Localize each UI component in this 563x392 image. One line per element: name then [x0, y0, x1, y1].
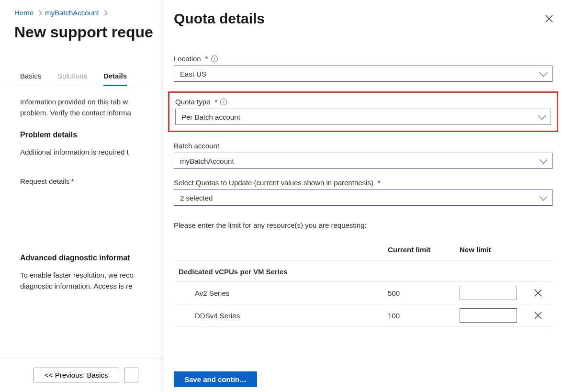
select-quotas-field: Select Quotas to Update (current values … [174, 179, 552, 206]
location-label: Location [174, 55, 201, 63]
select-quotas-label: Select Quotas to Update (current values … [174, 179, 373, 187]
quota-type-label: Quota type [175, 98, 210, 106]
row-name: DDSv4 Series [176, 312, 388, 320]
table-row: DDSv4 Series 100 [174, 304, 552, 327]
row-current-limit: 500 [388, 289, 460, 297]
col-new-limit: New limit [460, 246, 531, 254]
required-star-icon: * [378, 179, 381, 187]
required-star-icon: * [214, 98, 217, 106]
col-current-limit: Current limit [388, 246, 460, 254]
remove-row-icon[interactable] [531, 286, 545, 300]
info-icon[interactable]: i [211, 56, 218, 62]
required-star-icon: * [205, 55, 208, 63]
location-value: East US [180, 70, 206, 78]
chevron-down-icon [540, 192, 548, 201]
batch-account-select[interactable]: myBatchAccount [174, 153, 552, 169]
quota-table: Current limit New limit Dedicated vCPUs … [174, 242, 552, 327]
table-row: Av2 Series 500 [174, 282, 552, 304]
remove-row-icon[interactable] [531, 309, 545, 322]
select-quotas-select[interactable]: 2 selected [174, 190, 552, 206]
adv-line-2: diagnostic information. Access is re [20, 282, 132, 290]
save-and-continue-button[interactable]: Save and contin… [174, 371, 257, 387]
table-group-head: Dedicated vCPUs per VM Series [174, 261, 552, 282]
new-limit-input[interactable] [460, 286, 517, 300]
chevron-right-icon [102, 10, 107, 15]
tab-solutions[interactable]: Solutions [57, 67, 87, 86]
row-current-limit: 100 [388, 312, 460, 320]
chevron-down-icon [538, 112, 546, 120]
previous-basics-button[interactable]: << Previous: Basics [34, 368, 119, 382]
close-icon[interactable] [541, 11, 557, 27]
quota-details-panel: Quota details Location * i East US Qu [163, 0, 563, 392]
select-quotas-value: 2 selected [180, 194, 213, 202]
breadcrumb-account[interactable]: myBatchAccount [45, 9, 99, 17]
quota-type-highlight: Quota type * i Per Batch account [168, 91, 558, 132]
intro-line-2: problem. Verify the contact informa [20, 109, 131, 117]
row-name: Av2 Series [176, 289, 388, 297]
adv-line-1: To enable faster resolution, we reco [20, 271, 134, 279]
tab-details[interactable]: Details [103, 67, 127, 86]
breadcrumb-home[interactable]: Home [14, 9, 34, 17]
info-icon[interactable]: i [220, 99, 227, 105]
batch-account-field: Batch account myBatchAccount [174, 142, 552, 169]
batch-account-value: myBatchAccount [180, 157, 234, 165]
quota-type-value: Per Batch account [181, 113, 240, 121]
chevron-right-icon [36, 10, 42, 15]
required-star-icon: * [71, 177, 74, 185]
quota-type-select[interactable]: Per Batch account [175, 109, 551, 125]
chevron-down-icon [540, 68, 548, 77]
new-limit-input[interactable] [460, 308, 517, 323]
location-select[interactable]: East US [174, 66, 552, 82]
intro-line-1: Information provided on this tab w [20, 98, 128, 106]
next-button-partial[interactable] [124, 368, 138, 382]
panel-title: Quota details [174, 11, 265, 27]
batch-account-label: Batch account [174, 142, 219, 150]
tab-basics[interactable]: Basics [20, 67, 41, 86]
enter-limit-text: Please enter the limit for any resource(… [174, 215, 552, 242]
chevron-down-icon [540, 156, 548, 164]
location-field: Location * i East US [174, 55, 552, 82]
